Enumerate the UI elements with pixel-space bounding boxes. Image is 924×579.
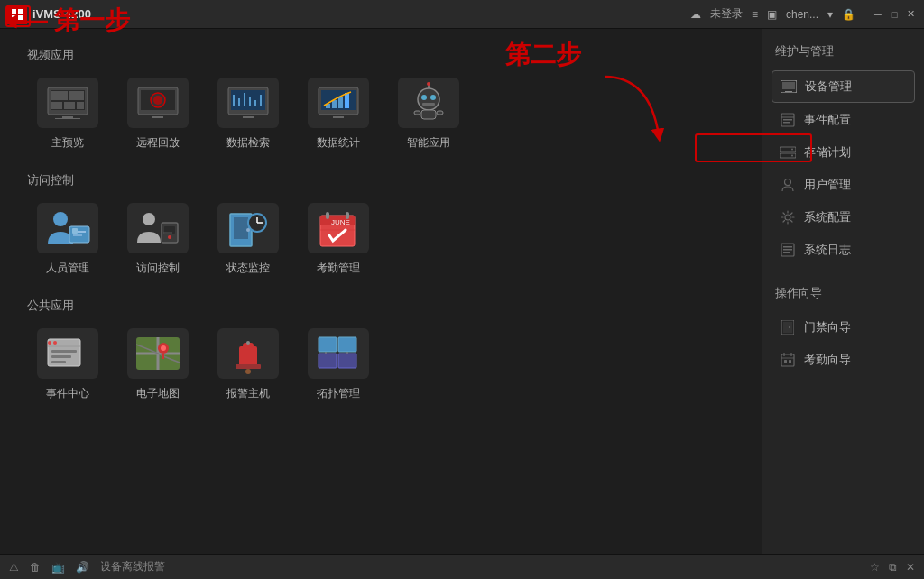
statusbar-icon-screen[interactable]: 📺 [51, 561, 65, 574]
svg-rect-30 [332, 100, 337, 108]
svg-point-16 [153, 96, 162, 105]
svg-point-99 [785, 215, 790, 220]
sys-config-label: 系统配置 [804, 209, 851, 225]
svg-rect-40 [421, 110, 436, 119]
data-stats-label: 数据统计 [317, 135, 360, 151]
svg-rect-26 [243, 116, 254, 118]
minimize-button[interactable]: ─ [872, 8, 884, 21]
svg-rect-76 [239, 346, 257, 366]
remote-playback-icon-box [127, 78, 189, 128]
access-icon-grid: 人员管理 访问控制 [27, 203, 744, 276]
smart-app-item[interactable]: 智能应用 [388, 78, 469, 151]
svg-rect-88 [782, 82, 795, 89]
svg-rect-82 [338, 337, 356, 352]
svg-rect-6 [51, 91, 68, 100]
access-section-title: 访问控制 [27, 172, 744, 188]
svg-rect-42 [437, 111, 443, 115]
svg-rect-67 [51, 350, 77, 353]
titlebar: iVMS-4200 ☁ 未登录 ≡ ▣ chen... ▾ 🔒 ─ □ ✕ [0, 0, 924, 29]
wizard-title: 操作向导 [772, 285, 915, 301]
logo-icon [7, 5, 27, 24]
svg-rect-33 [333, 116, 344, 118]
close-button[interactable]: ✕ [904, 8, 917, 21]
remote-playback-item[interactable]: 远程回放 [117, 78, 199, 151]
video-wall-label: 拓扑管理 [317, 386, 360, 401]
window-controls: ─ □ ✕ [872, 8, 917, 21]
svg-rect-11 [62, 116, 73, 118]
svg-point-36 [430, 95, 436, 100]
svg-point-71 [53, 341, 57, 345]
statusbar-icon-alarm: ⚠ [9, 561, 19, 574]
user-dropdown-icon[interactable]: ▾ [827, 8, 833, 21]
main-preview-item[interactable]: 主预览 [27, 78, 108, 151]
sys-log-item[interactable]: 系统日志 [772, 234, 915, 265]
event-center-item[interactable]: 事件中心 [27, 328, 108, 401]
access-ctrl-label: 访问控制 [136, 261, 180, 276]
access-ctrl-item[interactable]: 访问控制 [117, 203, 199, 276]
e-map-icon-box [127, 328, 189, 379]
sys-config-item[interactable]: 系统配置 [772, 202, 915, 233]
menu-icon[interactable]: ≡ [752, 8, 758, 21]
storage-plan-label: 存储计划 [804, 144, 851, 161]
storage-plan-item[interactable]: 存储计划 [772, 137, 915, 168]
event-config-label: 事件配置 [804, 112, 851, 128]
svg-rect-84 [338, 354, 356, 368]
door-wizard-item[interactable]: 门禁向导 [772, 312, 915, 343]
titlebar-right: ☁ 未登录 ≡ ▣ chen... ▾ 🔒 ─ □ ✕ [690, 6, 917, 22]
svg-rect-7 [69, 91, 84, 100]
data-search-label: 数据检索 [226, 135, 270, 151]
storage-plan-icon [779, 145, 797, 160]
user-mgmt-icon [779, 178, 797, 192]
svg-rect-107 [781, 354, 794, 366]
sys-log-icon [779, 243, 797, 257]
attendance-icon-box: JUNE [308, 203, 369, 253]
statusbar-window-icon[interactable]: ⧉ [889, 561, 897, 574]
data-search-item[interactable]: 数据检索 [208, 78, 289, 151]
statusbar-close-icon[interactable]: ✕ [906, 561, 915, 574]
attend-wizard-item[interactable]: 考勤向导 [772, 345, 915, 375]
svg-point-34 [418, 88, 439, 110]
statusbar-icon-trash[interactable]: 🗑 [30, 561, 41, 574]
svg-rect-47 [72, 228, 78, 234]
public-section-title: 公共应用 [27, 298, 744, 314]
status-monitor-item[interactable]: 状态监控 [208, 203, 289, 276]
statusbar-icon-sound[interactable]: 🔊 [76, 561, 89, 574]
svg-rect-112 [789, 360, 791, 363]
smart-app-label: 智能应用 [407, 135, 450, 151]
device-mgmt-item[interactable]: 设备管理 [772, 70, 915, 103]
user-name: chen... [786, 8, 818, 21]
e-map-item[interactable]: 电子地图 [117, 328, 199, 401]
event-config-item[interactable]: 事件配置 [772, 105, 915, 135]
app-logo: iVMS-4200 [7, 5, 91, 24]
attend-wizard-icon [779, 353, 797, 367]
cloud-icon[interactable]: ☁ [690, 8, 701, 21]
data-stats-icon-box [308, 78, 369, 128]
video-wall-item[interactable]: 拓扑管理 [298, 328, 379, 401]
svg-rect-41 [414, 111, 420, 115]
person-mgmt-item[interactable]: 人员管理 [27, 203, 108, 276]
statusbar-right: ☆ ⧉ ✕ [870, 561, 915, 574]
alarm-host-item[interactable]: 报警主机 [208, 328, 289, 401]
statusbar-star-icon[interactable]: ☆ [870, 561, 880, 574]
login-status: 未登录 [710, 6, 743, 22]
lock-icon[interactable]: 🔒 [842, 8, 855, 21]
maximize-button[interactable]: □ [888, 8, 901, 21]
svg-rect-68 [51, 355, 71, 358]
user-mgmt-label: 用户管理 [804, 177, 851, 193]
svg-rect-111 [784, 360, 787, 363]
data-search-icon-box [217, 78, 279, 128]
attendance-item[interactable]: JUNE 考勤管理 [298, 203, 379, 276]
svg-point-58 [246, 228, 250, 232]
screen-icon[interactable]: ▣ [767, 8, 777, 21]
device-mgmt-icon [780, 79, 798, 94]
svg-rect-93 [783, 122, 790, 124]
svg-point-39 [427, 82, 430, 86]
data-stats-item[interactable]: 数据统计 [298, 78, 379, 151]
maintenance-title: 维护与管理 [772, 43, 915, 60]
door-wizard-label: 门禁向导 [804, 319, 851, 335]
svg-point-98 [785, 179, 791, 186]
app-title: iVMS-4200 [32, 7, 91, 21]
user-mgmt-item[interactable]: 用户管理 [772, 170, 915, 200]
svg-rect-3 [18, 15, 23, 20]
svg-rect-64 [346, 212, 349, 219]
